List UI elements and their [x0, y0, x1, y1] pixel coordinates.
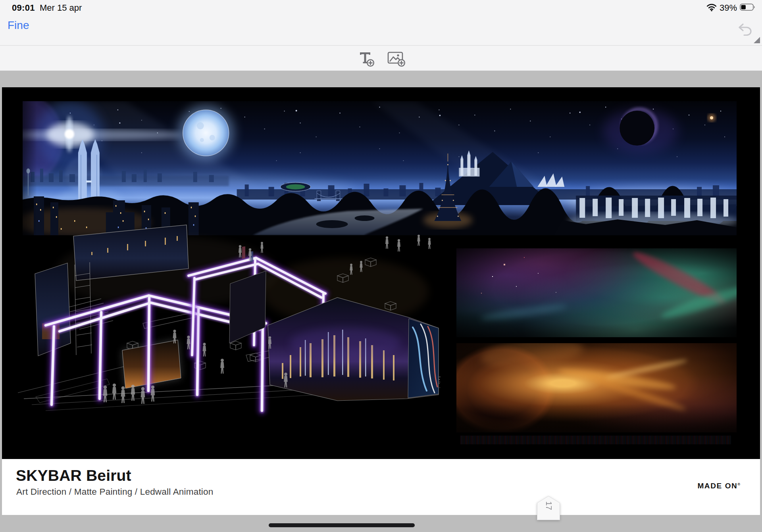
undo-icon: [737, 31, 752, 37]
status-right-cluster: 39%: [706, 2, 756, 13]
page-number-tab[interactable]: 17: [537, 496, 560, 520]
editor-toolbar: [0, 46, 762, 71]
orange-tendril: [606, 357, 688, 380]
battery-percent: 39%: [720, 3, 737, 13]
orange-haze: [479, 343, 585, 372]
add-text-icon: [357, 63, 375, 69]
screen: 09:01 Mer 15 apr 39%: [0, 0, 762, 532]
slide-page[interactable]: SKYBAR Beirut Art Direction / Matte Pain…: [2, 87, 760, 515]
artboard: [2, 87, 760, 459]
slide-title[interactable]: SKYBAR Beirut: [16, 467, 131, 484]
blue-ink-wisp: [480, 302, 568, 323]
star-speckles: [456, 248, 457, 249]
green-ink-abstract-image[interactable]: [456, 248, 737, 337]
add-image-icon: [387, 63, 405, 69]
nav-bar: Fine: [0, 18, 762, 46]
orange-ink-abstract-image[interactable]: [456, 343, 737, 432]
glitch-noise-strip: [460, 436, 731, 444]
canvas-area: SKYBAR Beirut Art Direction / Matte Pain…: [0, 71, 762, 532]
topbar: 09:01 Mer 15 apr 39%: [0, 0, 762, 71]
home-indicator[interactable]: [269, 523, 415, 527]
slide-footer: SKYBAR Beirut Art Direction / Matte Pain…: [2, 459, 760, 515]
status-bar: 09:01 Mer 15 apr 39%: [0, 0, 762, 18]
corner-resize-handle: [754, 37, 760, 43]
panorama-matte-painting-image[interactable]: [23, 101, 737, 235]
status-date: Mer 15 apr: [40, 3, 82, 13]
brand-text: MADE ON: [697, 482, 737, 490]
done-button[interactable]: Fine: [8, 19, 29, 32]
status-time: 09:01: [12, 3, 35, 13]
battery-icon: [740, 3, 756, 13]
add-image-button[interactable]: [387, 49, 405, 67]
brand-registered-mark: ®: [737, 482, 740, 486]
add-text-button[interactable]: [357, 49, 375, 67]
wireframe-club-render-image[interactable]: [8, 224, 444, 423]
brand-logo: MADE ON®: [697, 482, 740, 490]
undo-button[interactable]: [737, 23, 752, 36]
slide-subtitle[interactable]: Art Direction / Matte Painting / Ledwall…: [16, 487, 214, 497]
wifi-icon: [706, 3, 717, 13]
page-number-label: 17: [544, 494, 553, 517]
